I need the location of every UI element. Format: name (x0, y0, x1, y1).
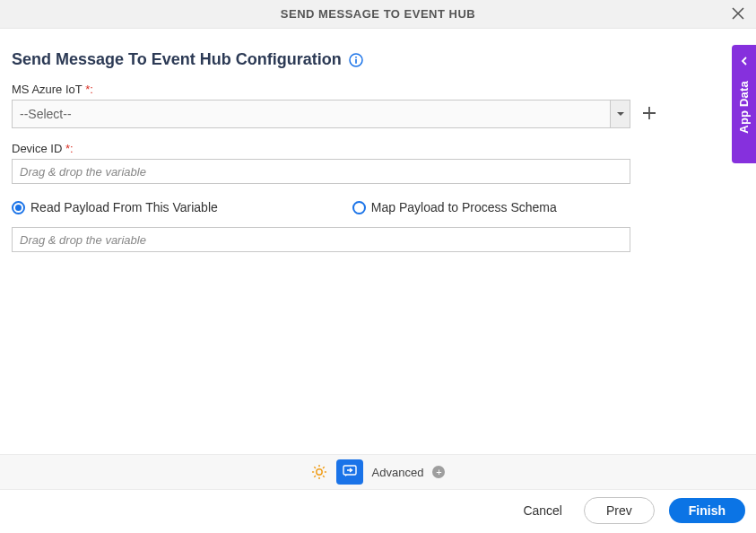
radio-map-label: Map Payload to Process Schema (371, 200, 557, 214)
svg-rect-1 (355, 58, 357, 63)
page-title: Send Message To Event Hub Configuration (12, 50, 342, 69)
radio-map-process-schema[interactable]: Map Payload to Process Schema (352, 200, 557, 214)
radio-unchecked-icon (352, 201, 366, 214)
radio-checked-icon (12, 201, 25, 214)
page-title-row: Send Message To Event Hub Configuration (12, 50, 744, 69)
svg-line-10 (314, 476, 316, 477)
payload-radio-group: Read Payload From This Variable Map Payl… (12, 200, 744, 214)
add-azure-button[interactable] (639, 104, 659, 124)
azure-select-value: --Select-- (20, 107, 72, 121)
payload-variable-input[interactable] (12, 227, 630, 252)
message-arrow-icon (343, 464, 357, 481)
settings-button[interactable] (311, 464, 327, 480)
radio-read-label: Read Payload From This Variable (30, 200, 218, 214)
radio-read-from-variable[interactable]: Read Payload From This Variable (12, 200, 218, 214)
advanced-label: Advanced (372, 466, 424, 479)
azure-label-text: MS Azure IoT (12, 83, 85, 96)
finish-button[interactable]: Finish (669, 498, 745, 523)
svg-line-9 (323, 476, 325, 477)
plus-icon (641, 105, 657, 124)
device-id-input[interactable] (12, 159, 630, 184)
gear-icon (311, 468, 327, 483)
cancel-button[interactable]: Cancel (516, 498, 569, 523)
info-icon[interactable] (349, 53, 363, 67)
close-icon (732, 7, 744, 22)
app-data-label: App Data (737, 81, 751, 134)
app-data-sidebar-tab[interactable]: App Data (732, 45, 756, 163)
svg-line-8 (314, 467, 316, 468)
chevron-left-icon (740, 54, 749, 68)
svg-rect-2 (355, 57, 357, 58)
required-mark: *: (65, 142, 74, 155)
device-field-group: Device ID *: (12, 141, 744, 184)
required-mark: *: (85, 83, 93, 96)
azure-label: MS Azure IoT *: (12, 83, 93, 96)
content-area: Send Message To Event Hub Configuration … (0, 29, 756, 252)
device-label-text: Device ID (12, 142, 65, 155)
dialog-header: SEND MESSAGE TO EVENT HUB (0, 0, 756, 29)
chevron-down-icon (610, 100, 630, 127)
device-label: Device ID *: (12, 142, 74, 155)
azure-select[interactable]: --Select-- (12, 100, 630, 128)
azure-field-group: MS Azure IoT *: --Select-- (12, 82, 744, 128)
plus-circle-icon: + (436, 467, 441, 477)
prev-button[interactable]: Prev (584, 497, 655, 524)
close-button[interactable] (727, 4, 749, 25)
action-buttons: Cancel Prev Finish (516, 497, 745, 524)
svg-point-3 (316, 469, 321, 475)
advanced-expand-button[interactable]: + (432, 466, 445, 478)
footer-toolbar: Advanced + (0, 454, 756, 490)
message-tool-button[interactable] (336, 459, 363, 485)
svg-line-11 (323, 467, 325, 468)
dialog-title: SEND MESSAGE TO EVENT HUB (281, 7, 475, 21)
